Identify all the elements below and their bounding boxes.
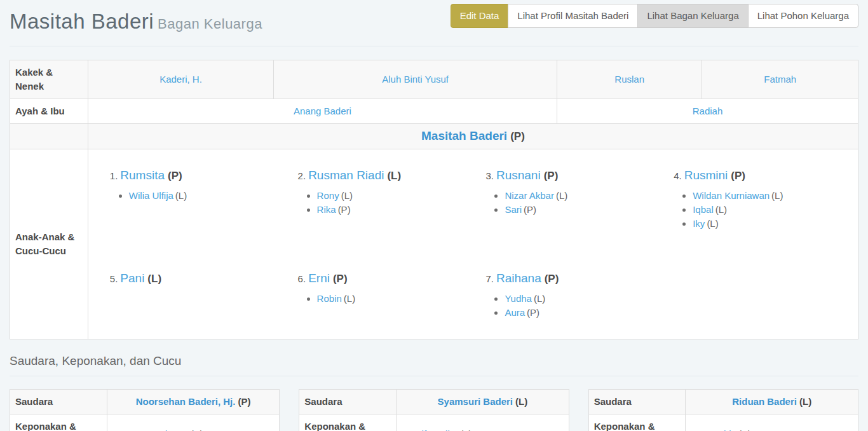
grandchild-name-link[interactable]: Yudha: [505, 293, 532, 304]
nephew-gender: (L): [460, 428, 471, 431]
person-row-spacer: [10, 124, 88, 149]
sibling-label: Saudara: [588, 390, 686, 414]
page-header: Masitah BaderiBagan Keluarga Edit Data L…: [10, 0, 858, 46]
grandparent-cell: Aluh Binti Yusuf: [274, 60, 557, 99]
nephews-cell: 1.Rifna Idiar(L)Sari Mardiah(P): [397, 414, 569, 431]
grandchild-gender: (L): [175, 190, 187, 201]
grandchild-name-link[interactable]: Wilia Ulfija: [129, 190, 173, 201]
child-gender: (P): [731, 170, 745, 182]
grandchild-name-link[interactable]: Aura: [505, 307, 525, 318]
child-name-link[interactable]: Rumsita: [120, 168, 165, 182]
nephews-cell: 1.Muna Makmun(P)Nafies Luthfi(L): [107, 414, 280, 431]
view-chart-button[interactable]: Lihat Bagan Keluarga: [637, 4, 748, 28]
nephew-name-link[interactable]: Muna Makmun: [125, 428, 188, 431]
sibling-name-link[interactable]: Riduan Baderi: [732, 396, 797, 407]
grandparent-link[interactable]: Ruslan: [614, 74, 644, 85]
header-button-group: Edit Data Lihat Profil Masitah Baderi Li…: [451, 4, 858, 28]
grandchild-name-link[interactable]: Rika: [317, 204, 336, 215]
grandchild-gender: (L): [707, 218, 718, 229]
sibling-name-cell: Syamsuri Baderi(L): [397, 390, 569, 414]
section-divider: [10, 376, 858, 376]
person-cell: Masitah Baderi(P): [88, 124, 858, 149]
grandchildren-list: Robin(L): [298, 292, 467, 306]
sibling-name-link[interactable]: Syamsuri Baderi: [438, 396, 513, 407]
view-profile-button[interactable]: Lihat Profil Masitah Baderi: [508, 4, 638, 28]
person-name-link[interactable]: Masitah Baderi: [421, 129, 507, 142]
child-number: 2.: [298, 170, 306, 181]
grandchild-name-link[interactable]: Wildan Kurniawan: [693, 190, 770, 201]
nephew-name-link[interactable]: Rifna Idiar: [415, 428, 458, 431]
sibling-name-cell: Riduan Baderi(L): [686, 390, 858, 414]
grandchild-name-link[interactable]: Nizar Akbar: [505, 190, 554, 201]
grandchild-name-link[interactable]: Iqbal: [693, 204, 714, 215]
children-label: Anak-Anak & Cucu-Cucu: [10, 149, 88, 339]
grandparent-link[interactable]: Fatmah: [764, 74, 796, 85]
grandparent-link[interactable]: Aluh Binti Yusuf: [382, 74, 449, 85]
grandchild-item: Rika(P): [317, 203, 467, 217]
child-number: 1.: [110, 170, 118, 181]
children-grid: 1.Rumsita(P) Wilia Ulfija(L) 2.Rusman Ri…: [93, 154, 853, 334]
child-block: 2.Rusman Riadi(L) Rony(L)Rika(P): [285, 157, 473, 260]
grandchildren-list: Rony(L)Rika(P): [298, 189, 467, 217]
nephews-row: Keponakan & Cucu-Cucu 1.Rifna Idiar(L)Sa…: [299, 414, 569, 431]
grandchild-gender: (L): [771, 190, 783, 201]
grandchild-name-link[interactable]: Sari: [505, 204, 522, 215]
father-link[interactable]: Anang Baderi: [294, 106, 351, 116]
edit-data-button[interactable]: Edit Data: [451, 4, 509, 28]
grandchild-gender: (P): [524, 204, 536, 215]
sibling-row: Saudara Syamsuri Baderi(L): [299, 390, 569, 414]
nephews-row: Keponakan & Cucu-Cucu 1.Zuraida(P)Andika…: [588, 414, 858, 431]
mother-link[interactable]: Radiah: [693, 106, 723, 116]
sibling-tables: Saudara Noorsehan Baderi, Hj.(P) Keponak…: [10, 389, 858, 431]
child-name-link[interactable]: Raihana: [496, 271, 541, 285]
child-gender: (P): [168, 170, 182, 182]
grandchild-name-link[interactable]: Robin: [317, 293, 342, 304]
grandparent-cell: Fatmah: [702, 60, 858, 99]
page: Masitah BaderiBagan Keluarga Edit Data L…: [0, 0, 868, 431]
sibling-row: Saudara Riduan Baderi(L): [588, 390, 858, 414]
children-cell: 1.Rumsita(P) Wilia Ulfija(L) 2.Rusman Ri…: [88, 149, 858, 339]
child-number: 3.: [485, 170, 494, 181]
grandparent-cell: Kaderi, H.: [88, 60, 273, 99]
sibling-gender: (L): [799, 396, 811, 407]
grandchild-item: Nizar Akbar(L): [505, 189, 654, 203]
child-block: 1.Rumsita(P) Wilia Ulfija(L): [97, 157, 285, 260]
grandparent-cell: Ruslan: [557, 60, 702, 99]
child-heading: 7.Raihana(P): [485, 270, 654, 287]
grandparent-link[interactable]: Kaderi, H.: [159, 74, 202, 85]
child-name-link[interactable]: Rusman Riadi: [308, 168, 384, 182]
sibling-table: Saudara Syamsuri Baderi(L) Keponakan & C…: [299, 389, 569, 431]
grandparents-row: Kakek & Nenek Kaderi, H. Aluh Binti Yusu…: [10, 60, 858, 99]
grandchild-name-link[interactable]: Iky: [693, 218, 705, 229]
nephew-list: 1.Rifna Idiar(L)Sari Mardiah(P): [402, 427, 564, 431]
grandchild-item: Rony(L): [317, 189, 467, 203]
grandchild-item: Yudha(L): [505, 292, 654, 306]
child-name-link[interactable]: Rusnani: [496, 168, 541, 182]
nephew-name-link[interactable]: Zuraida: [704, 428, 736, 431]
child-name-link[interactable]: Erni: [308, 271, 330, 285]
child-heading: 4.Rusmini(P): [674, 167, 843, 184]
grandchild-item: Iqbal(L): [693, 203, 843, 217]
parents-label: Ayah & Ibu: [10, 99, 88, 124]
nephews-row: Keponakan & Cucu-Cucu 1.Muna Makmun(P)Na…: [10, 414, 280, 431]
sibling-name-link[interactable]: Noorsehan Baderi, Hj.: [136, 396, 236, 407]
child-heading: 1.Rumsita(P): [110, 167, 279, 184]
child-number: 7.: [485, 273, 494, 284]
child-name-link[interactable]: Pani: [120, 271, 144, 285]
view-tree-button[interactable]: Lihat Pohon Keluarga: [748, 4, 858, 28]
child-name-link[interactable]: Rusmini: [684, 168, 728, 182]
grandchildren-list: Yudha(L)Aura(P): [485, 292, 654, 320]
nephew-item: 1.Muna Makmun(P)Nafies Luthfi(L): [115, 427, 275, 431]
grandchild-name-link[interactable]: Rony: [317, 190, 339, 201]
page-subtitle: Bagan Keluarga: [158, 16, 262, 32]
sibling-table: Saudara Riduan Baderi(L) Keponakan & Cuc…: [588, 389, 858, 431]
nephews-cell: 1.Zuraida(P)Andika Nugraha Rahman(L): [686, 414, 858, 431]
child-heading: 3.Rusnani(P): [485, 167, 654, 184]
grandchildren-list: Nizar Akbar(L)Sari(P): [485, 189, 654, 217]
child-block: 7.Raihana(P) Yudha(L)Aura(P): [473, 260, 661, 320]
sibling-row: Saudara Noorsehan Baderi, Hj.(P): [10, 390, 280, 414]
grandparents-label: Kakek & Nenek: [10, 60, 88, 99]
nephew-list: 1.Muna Makmun(P)Nafies Luthfi(L): [112, 427, 275, 431]
nephew-gender: (P): [191, 428, 203, 431]
family-chart-table: Kakek & Nenek Kaderi, H. Aluh Binti Yusu…: [10, 60, 858, 339]
